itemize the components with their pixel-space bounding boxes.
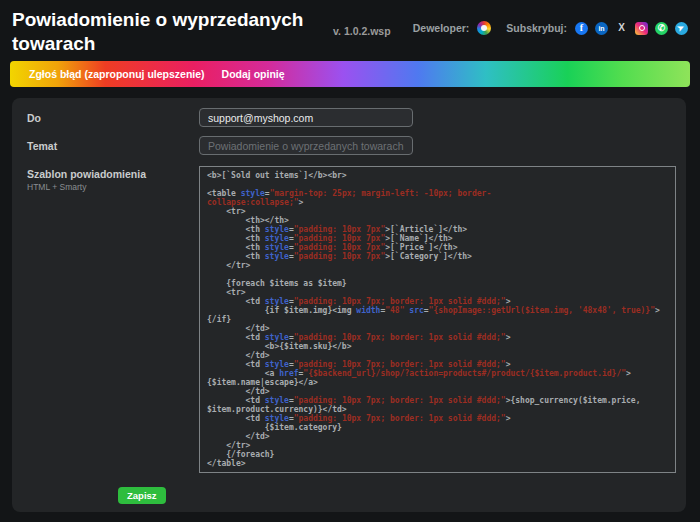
x-twitter-icon[interactable]: X <box>615 22 628 35</box>
linkedin-glyph: in <box>598 25 604 32</box>
subject-input[interactable] <box>199 136 413 155</box>
template-code: <b>[`Sold out items`]</b><br> <table sty… <box>207 171 668 468</box>
facebook-icon[interactable]: f <box>575 22 588 35</box>
subject-label: Temat <box>27 140 57 152</box>
rainbow-action-bar: Zgłoś błąd (zaproponuj ulepszenie) Dodaj… <box>10 61 690 87</box>
app-version: v. 1.0.2.wsp <box>333 25 391 37</box>
to-input[interactable] <box>199 108 413 127</box>
settings-panel: Do Temat Szablon powiadomienia HTML + Sm… <box>12 98 686 512</box>
facebook-glyph: f <box>580 23 583 33</box>
linkedin-icon[interactable]: in <box>595 22 608 35</box>
telegram-glyph: ➤ <box>676 23 685 33</box>
template-code-editor[interactable]: <b>[`Sold out items`]</b><br> <table sty… <box>199 166 676 473</box>
save-button[interactable]: Zapisz <box>118 487 166 504</box>
report-bug-link[interactable]: Zgłoś błąd (zaproponuj ulepszenie) <box>29 68 205 80</box>
developer-logo-icon[interactable] <box>477 21 491 35</box>
whatsapp-icon[interactable]: ✆ <box>655 22 668 35</box>
template-sublabel: HTML + Smarty <box>27 182 86 192</box>
telegram-icon[interactable]: ➤ <box>675 22 688 35</box>
page-title: Powiadomienie o wyprzedanych towarach <box>12 8 342 56</box>
subscribe-label: Subskrybuj: <box>506 22 567 34</box>
header-links: Deweloper: Subskrybuj: f in X ✆ ➤ <box>413 20 688 36</box>
add-review-link[interactable]: Dodaj opinię <box>222 68 285 80</box>
developer-label: Deweloper: <box>413 22 470 34</box>
template-label: Szablon powiadomienia <box>27 168 146 180</box>
whatsapp-glyph: ✆ <box>658 24 666 33</box>
instagram-lens <box>639 25 645 31</box>
instagram-icon[interactable] <box>635 22 648 35</box>
x-glyph: X <box>618 23 625 33</box>
to-label: Do <box>27 112 41 124</box>
